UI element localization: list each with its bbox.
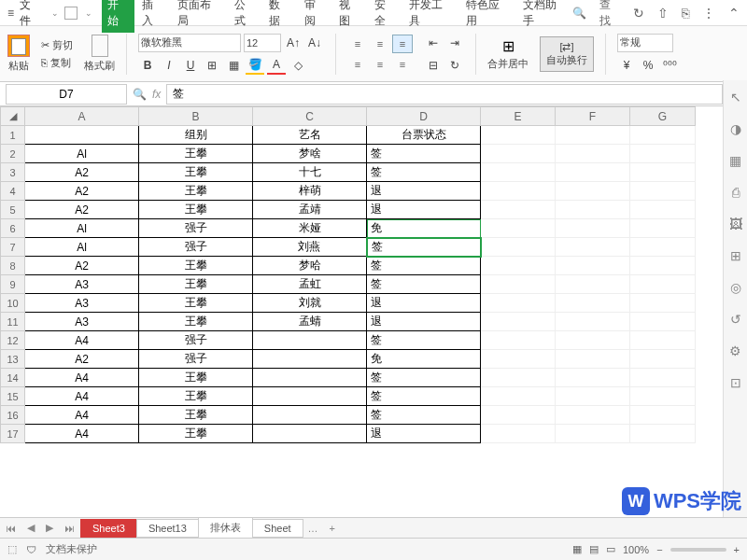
sheet-nav-first[interactable]: ⏮ (0, 523, 21, 534)
cell[interactable]: 王攀 (139, 201, 253, 219)
cell[interactable] (630, 145, 696, 163)
cell[interactable]: 刘就 (253, 294, 367, 313)
cell[interactable]: A2 (25, 163, 139, 182)
row-header[interactable]: 11 (1, 313, 25, 331)
cell[interactable] (556, 257, 630, 275)
cell[interactable]: 梦啥 (253, 145, 367, 163)
cell[interactable] (630, 313, 696, 331)
row-header[interactable]: 3 (1, 163, 25, 182)
currency-icon[interactable]: ¥ (617, 56, 636, 75)
share-icon[interactable]: ⇧ (657, 6, 669, 21)
cell[interactable]: 退 (367, 182, 481, 201)
cell[interactable]: A4 (25, 425, 139, 443)
cell[interactable] (556, 201, 630, 219)
cell[interactable] (481, 219, 556, 238)
row-header[interactable]: 8 (1, 257, 25, 275)
cell[interactable] (630, 331, 696, 350)
add-sheet-button[interactable]: + (324, 523, 341, 534)
cell[interactable]: 退 (367, 294, 481, 313)
clear-format-icon[interactable]: ◇ (289, 56, 307, 75)
cell[interactable] (556, 219, 630, 238)
table-panel-icon[interactable]: ▦ (729, 153, 741, 168)
cell[interactable]: 强子 (139, 238, 253, 257)
sheet-tab-sheet13[interactable]: Sheet13 (136, 519, 199, 538)
cell[interactable]: 组别 (139, 126, 253, 145)
cell[interactable]: 签 (367, 387, 481, 406)
cell[interactable]: 王攀 (139, 369, 253, 387)
more-icon[interactable]: ⋮ (702, 6, 715, 21)
cell[interactable]: 王攀 (139, 275, 253, 294)
cloud-sync-icon[interactable]: ↻ (633, 6, 644, 21)
history-icon[interactable]: ↺ (730, 312, 741, 327)
tab-dev[interactable]: 开发工具 (403, 0, 458, 33)
cell[interactable]: 孟靖 (253, 201, 367, 219)
doc-icon[interactable] (64, 7, 78, 20)
cell[interactable] (630, 219, 696, 238)
input-mode-icon[interactable]: ⬚ (7, 543, 17, 555)
cell[interactable] (630, 201, 696, 219)
tab-view[interactable]: 视图 (333, 0, 367, 33)
tab-assistant[interactable]: 文档助手 (517, 0, 572, 33)
cell[interactable]: 强子 (139, 219, 253, 238)
merge-across-icon[interactable]: ⊟ (424, 56, 443, 75)
align-top-right[interactable]: ≡ (392, 35, 413, 53)
cell[interactable] (630, 406, 696, 425)
sheet-tab-sheet3[interactable]: Sheet3 (80, 519, 137, 538)
cell[interactable]: 退 (367, 425, 481, 443)
cell[interactable] (481, 275, 556, 294)
cell[interactable] (630, 369, 696, 387)
tab-data[interactable]: 数据 (263, 0, 297, 33)
row-header[interactable]: 10 (1, 294, 25, 313)
cell[interactable] (630, 294, 696, 313)
cell[interactable] (630, 350, 696, 369)
cell[interactable] (630, 163, 696, 182)
cell[interactable] (556, 126, 630, 145)
zoom-out-button[interactable]: − (656, 544, 662, 555)
gallery-icon[interactable]: 🖼 (729, 217, 742, 231)
row-header[interactable]: 14 (1, 369, 25, 387)
cell[interactable]: Al (25, 145, 139, 163)
cell[interactable]: 米娅 (253, 219, 367, 238)
row-header[interactable]: 6 (1, 219, 25, 238)
row-header[interactable]: 15 (1, 387, 25, 406)
indent-decrease-icon[interactable]: ⇤ (424, 34, 443, 52)
cell[interactable]: 艺名 (253, 126, 367, 145)
align-top-left[interactable]: ≡ (347, 35, 368, 53)
row-header[interactable]: 4 (1, 182, 25, 201)
cell[interactable] (630, 425, 696, 443)
cell[interactable]: A4 (25, 406, 139, 425)
sheet-tab-sheet[interactable]: Sheet (252, 519, 303, 538)
name-box[interactable]: D7 (6, 84, 127, 105)
merge-center-icon[interactable]: ⊞ (502, 37, 514, 55)
view-reading-icon[interactable]: ▭ (606, 543, 615, 555)
sheet-nav-prev[interactable]: ◀ (21, 522, 40, 534)
cell[interactable]: 签 (367, 331, 481, 350)
cell[interactable] (630, 275, 696, 294)
cell[interactable]: A4 (25, 369, 139, 387)
cell[interactable]: 王攀 (139, 387, 253, 406)
zoom-slider[interactable] (670, 548, 726, 552)
col-header-d[interactable]: D (367, 107, 481, 126)
col-header-b[interactable]: B (139, 107, 253, 126)
style-panel-icon[interactable]: ◑ (730, 121, 741, 136)
cell[interactable]: 孟蜻 (253, 313, 367, 331)
cell[interactable]: A4 (25, 331, 139, 350)
cell[interactable] (556, 294, 630, 313)
cell[interactable]: 签 (367, 163, 481, 182)
orientation-icon[interactable]: ↻ (445, 56, 464, 75)
cell[interactable]: 王攀 (139, 294, 253, 313)
cell[interactable] (481, 257, 556, 275)
view-normal-icon[interactable]: ▦ (572, 543, 582, 555)
cell[interactable]: A3 (25, 313, 139, 331)
cell[interactable]: 梦哈 (253, 257, 367, 275)
col-header-a[interactable]: A (25, 107, 139, 126)
number-format-select[interactable]: 常规 (617, 34, 673, 52)
cut-button[interactable]: ✂ 剪切 (41, 38, 73, 52)
select-all-corner[interactable]: ◢ (1, 107, 25, 126)
cell[interactable]: 退 (367, 201, 481, 219)
cell[interactable]: A2 (25, 257, 139, 275)
cell[interactable]: A2 (25, 201, 139, 219)
cell[interactable]: 王攀 (139, 145, 253, 163)
sheet-tab-schedule[interactable]: 排休表 (198, 517, 253, 539)
cell[interactable]: 十七 (253, 163, 367, 182)
